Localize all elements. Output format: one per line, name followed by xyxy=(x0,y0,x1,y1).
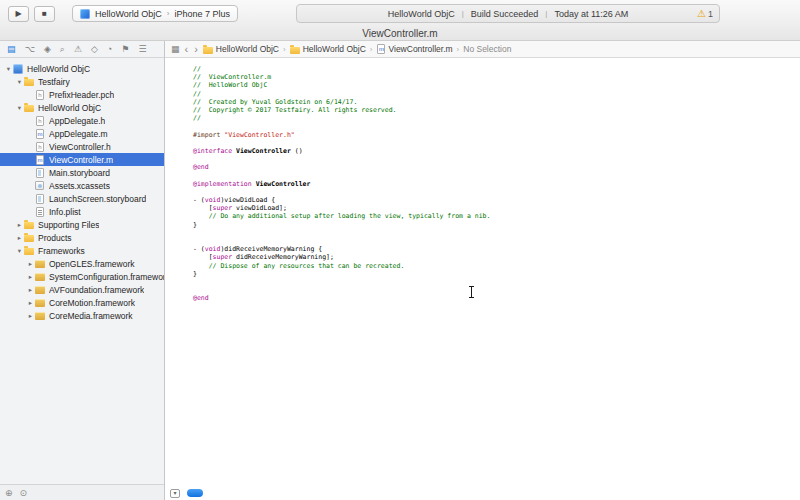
tree-item[interactable]: ▾HelloWorld ObjC xyxy=(0,101,164,114)
jump-bar: ▦ ‹ › HelloWorld ObjC›HelloWorld ObjC›mV… xyxy=(165,41,800,58)
file-name: HelloWorld ObjC xyxy=(27,64,90,74)
disclosure-triangle-icon[interactable]: ▸ xyxy=(26,286,35,294)
tree-item[interactable]: ▾Testfairy xyxy=(0,75,164,88)
framework-icon xyxy=(35,260,45,268)
code-line: [super didReceiveMemoryWarning]; xyxy=(193,253,800,261)
scheme-device: iPhone 7 Plus xyxy=(175,9,231,19)
file-name: Info.plist xyxy=(49,207,81,217)
chevron-right-icon: › xyxy=(167,9,170,18)
tree-item[interactable]: mAppDelegate.m xyxy=(0,127,164,140)
issue-navigator-icon[interactable]: ⚠ xyxy=(74,45,82,54)
stop-button[interactable]: ■ xyxy=(34,6,55,22)
tree-item[interactable]: hAppDelegate.h xyxy=(0,114,164,127)
source-control-navigator-icon[interactable]: ⌥ xyxy=(25,45,35,54)
tree-item[interactable]: ▸Products xyxy=(0,231,164,244)
code-token: // xyxy=(193,90,201,98)
forward-icon[interactable]: › xyxy=(193,44,199,55)
folder-icon xyxy=(24,105,34,112)
disclosure-triangle-icon[interactable]: ▾ xyxy=(4,65,13,73)
file-name: AVFoundation.framework xyxy=(49,285,144,295)
code-token: // xyxy=(193,65,201,73)
file-name: HelloWorld ObjC xyxy=(38,103,101,113)
disclosure-triangle-icon[interactable]: ▸ xyxy=(26,299,35,307)
disclosure-triangle-icon[interactable]: ▸ xyxy=(26,312,35,320)
code-line: // xyxy=(193,65,800,73)
symbol-navigator-icon[interactable]: ◈ xyxy=(44,45,51,54)
code-line xyxy=(193,139,800,147)
tree-item[interactable]: Info.plist xyxy=(0,205,164,218)
test-navigator-icon[interactable]: ◇ xyxy=(91,45,98,54)
code-area[interactable]: //// ViewController.m// HelloWorld ObjC/… xyxy=(165,58,800,486)
framework-icon xyxy=(35,273,45,281)
file-name: SystemConfiguration.framework xyxy=(49,272,164,282)
file-name: OpenGLES.framework xyxy=(49,259,135,269)
tree-item[interactable]: Assets.xcassets xyxy=(0,179,164,192)
code-line: // Copyright © 2017 Testfairy. All right… xyxy=(193,106,800,114)
code-token: [ xyxy=(193,204,213,212)
tree-item[interactable]: hPrefixHeader.pch xyxy=(0,88,164,101)
debug-navigator-icon[interactable]: ◔ xyxy=(107,45,112,54)
add-icon[interactable]: ⊕ xyxy=(5,488,13,498)
code-line: // xyxy=(193,114,800,122)
tree-item[interactable]: ▸OpenGLES.framework xyxy=(0,257,164,270)
storyboard-icon xyxy=(36,168,44,178)
breakpoint-navigator-icon[interactable]: ⚑ xyxy=(121,45,129,54)
folder-icon xyxy=(24,222,34,229)
m-icon: m xyxy=(36,129,44,139)
code-token: // xyxy=(193,114,201,122)
scheme-selector[interactable]: HelloWorld ObjC › iPhone 7 Plus xyxy=(72,5,238,22)
tree-item[interactable]: ▾Frameworks xyxy=(0,244,164,257)
disclosure-triangle-icon[interactable]: ▸ xyxy=(15,221,24,229)
related-items-icon[interactable]: ▦ xyxy=(171,44,180,54)
chevron-right-icon: › xyxy=(456,45,461,54)
back-icon[interactable]: ‹ xyxy=(184,44,190,55)
tree-item[interactable]: ▸CoreMedia.framework xyxy=(0,309,164,322)
code-line xyxy=(193,237,800,245)
report-navigator-icon[interactable]: ☰ xyxy=(138,45,146,54)
disclosure-triangle-icon[interactable]: ▾ xyxy=(15,78,24,86)
code-token: } xyxy=(193,270,197,278)
project-navigator-icon[interactable]: ▤ xyxy=(7,45,16,54)
h-icon: h xyxy=(36,142,44,152)
editor-options-icon[interactable]: ▾ xyxy=(170,489,180,498)
code-line: #import "ViewController.h" xyxy=(193,131,800,139)
m-icon: m xyxy=(377,44,385,54)
warning-badge[interactable]: ⚠ 1 xyxy=(697,5,713,22)
file-name: CoreMedia.framework xyxy=(49,311,133,321)
run-button[interactable]: ▶ xyxy=(8,6,29,22)
breadcrumb-item[interactable]: HelloWorld ObjC xyxy=(203,44,279,54)
editor-bottom-bar: ▾ xyxy=(165,486,800,500)
tree-item[interactable]: ▸AVFoundation.framework xyxy=(0,283,164,296)
storyboard-icon xyxy=(36,194,44,204)
breadcrumb-item[interactable]: No Selection xyxy=(463,44,511,54)
code-line: // xyxy=(193,90,800,98)
breadcrumb-item[interactable]: HelloWorld ObjC xyxy=(290,44,366,54)
find-navigator-icon[interactable]: ⌕ xyxy=(60,45,65,54)
tree-item[interactable]: ▸SystemConfiguration.framework xyxy=(0,270,164,283)
build-time: Today at 11:26 AM xyxy=(554,9,628,19)
progress-pill-icon[interactable] xyxy=(187,489,203,497)
filter-icon[interactable]: ⊙ xyxy=(20,488,28,498)
disclosure-triangle-icon[interactable]: ▾ xyxy=(15,104,24,112)
disclosure-triangle-icon[interactable]: ▸ xyxy=(26,273,35,281)
file-name: LaunchScreen.storyboard xyxy=(49,194,146,204)
folder-icon xyxy=(24,235,34,242)
tree-item[interactable]: ▾HelloWorld ObjC xyxy=(0,62,164,75)
code-token: void xyxy=(205,196,221,204)
breadcrumb: HelloWorld ObjC›HelloWorld ObjC›mViewCon… xyxy=(203,44,512,54)
code-line: @interface ViewController () xyxy=(193,147,800,155)
tree-item[interactable]: ▸CoreMotion.framework xyxy=(0,296,164,309)
tree-item[interactable]: ▸Supporting Files xyxy=(0,218,164,231)
disclosure-triangle-icon[interactable]: ▾ xyxy=(15,247,24,255)
tree-item[interactable]: mViewController.m xyxy=(0,153,164,166)
tree-item[interactable]: LaunchScreen.storyboard xyxy=(0,192,164,205)
tree-item[interactable]: Main.storyboard xyxy=(0,166,164,179)
code-token: "ViewController.h" xyxy=(224,131,294,139)
disclosure-triangle-icon[interactable]: ▸ xyxy=(15,234,24,242)
code-token: @end xyxy=(193,163,209,171)
toolbar: ▶ ■ HelloWorld ObjC › iPhone 7 Plus Hell… xyxy=(0,0,800,27)
disclosure-triangle-icon[interactable]: ▸ xyxy=(26,260,35,268)
tree-item[interactable]: hViewController.h xyxy=(0,140,164,153)
breadcrumb-item[interactable]: mViewController.m xyxy=(376,44,452,54)
code-token: [ xyxy=(193,253,213,261)
